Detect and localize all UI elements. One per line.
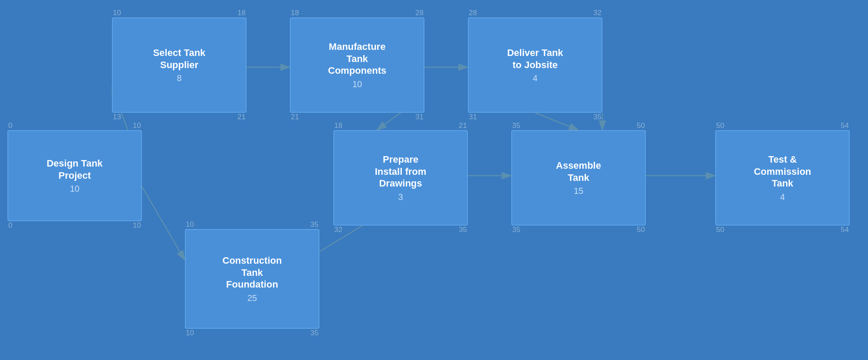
corner-label-construction-0: 10 xyxy=(186,220,194,229)
corner-label-assemble-1: 50 xyxy=(637,121,645,130)
corner-label-design-1: 10 xyxy=(133,121,141,130)
node-duration-deliver: 4 xyxy=(533,73,537,83)
node-title-assemble: Assemble Tank xyxy=(556,160,601,183)
corner-label-deliver-2: 31 xyxy=(469,113,477,121)
svg-line-6 xyxy=(535,113,579,130)
diagram-container: Design Tank Project10010010Select Tank S… xyxy=(0,0,868,360)
corner-label-prepare-0: 18 xyxy=(334,121,342,130)
node-duration-assemble: 15 xyxy=(574,186,583,196)
corner-label-select-0: 10 xyxy=(113,9,121,17)
node-title-deliver: Deliver Tank to Jobsite xyxy=(507,47,563,71)
corner-label-deliver-0: 28 xyxy=(469,9,477,17)
node-duration-prepare: 3 xyxy=(398,192,403,202)
node-title-prepare: Prepare Install from Drawings xyxy=(375,154,427,190)
node-duration-test: 4 xyxy=(780,192,785,202)
node-select: Select Tank Supplier810181321 xyxy=(112,17,247,113)
corner-label-construction-1: 35 xyxy=(310,220,319,229)
corner-label-design-0: 0 xyxy=(8,121,12,130)
node-design: Design Tank Project10010010 xyxy=(7,130,142,221)
corner-label-prepare-3: 35 xyxy=(459,226,467,234)
corner-label-manufacture-3: 31 xyxy=(415,113,424,121)
corner-label-select-3: 21 xyxy=(237,113,246,121)
node-title-manufacture: Manufacture Tank Components xyxy=(328,41,386,77)
corner-label-deliver-1: 32 xyxy=(593,9,602,17)
node-title-design: Design Tank Project xyxy=(46,157,102,181)
node-duration-select: 8 xyxy=(177,73,181,83)
corner-label-design-3: 10 xyxy=(133,221,141,230)
node-duration-design: 10 xyxy=(70,184,79,194)
corner-label-assemble-2: 35 xyxy=(512,226,520,234)
corner-label-select-1: 18 xyxy=(237,9,246,17)
node-assemble: Assemble Tank1535503550 xyxy=(511,130,646,226)
svg-line-2 xyxy=(142,187,185,260)
node-title-construction: Construction Tank Foundation xyxy=(223,255,282,291)
node-manufacture: Manufacture Tank Components1018282131 xyxy=(290,17,424,113)
corner-label-assemble-3: 50 xyxy=(637,226,645,234)
corner-label-deliver-3: 35 xyxy=(593,113,602,121)
corner-label-construction-3: 35 xyxy=(310,329,319,337)
node-deliver: Deliver Tank to Jobsite428323135 xyxy=(468,17,602,113)
corner-label-assemble-0: 35 xyxy=(512,121,520,130)
corner-label-select-2: 13 xyxy=(113,113,121,121)
corner-label-manufacture-1: 28 xyxy=(415,9,424,17)
node-title-select: Select Tank Supplier xyxy=(153,47,206,71)
node-duration-construction: 25 xyxy=(247,293,257,303)
corner-label-construction-2: 10 xyxy=(186,329,194,337)
corner-label-test-2: 50 xyxy=(716,226,724,234)
corner-label-prepare-2: 32 xyxy=(334,226,342,234)
corner-label-test-1: 54 xyxy=(841,121,849,130)
corner-label-manufacture-2: 21 xyxy=(291,113,299,121)
node-prepare: Prepare Install from Drawings318213235 xyxy=(333,130,468,226)
corner-label-design-2: 0 xyxy=(8,221,12,230)
node-duration-manufacture: 10 xyxy=(352,79,362,89)
node-title-test: Test & Commission Tank xyxy=(754,154,811,190)
corner-label-prepare-1: 21 xyxy=(459,121,467,130)
corner-label-test-3: 54 xyxy=(841,226,849,234)
corner-label-manufacture-0: 18 xyxy=(291,9,299,17)
corner-label-test-0: 50 xyxy=(716,121,724,130)
node-construction: Construction Tank Foundation2510351035 xyxy=(185,229,319,329)
node-test: Test & Commission Tank450545054 xyxy=(715,130,850,226)
